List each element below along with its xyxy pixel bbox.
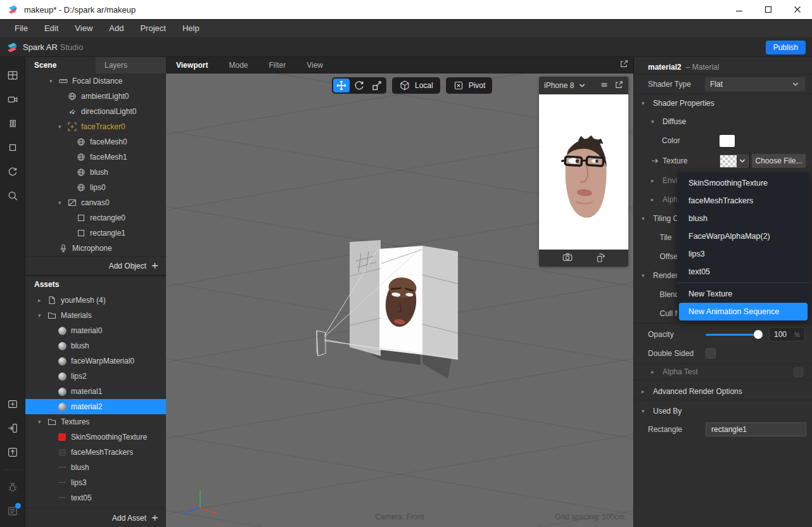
scene-tab[interactable]: Scene	[25, 57, 96, 73]
material1-asset-item[interactable]: material1	[25, 384, 166, 399]
flip-camera-button[interactable]	[562, 251, 573, 265]
simulator-popout-button[interactable]	[614, 80, 623, 91]
caret-icon[interactable]: ▾	[642, 215, 648, 222]
chevron-down-icon[interactable]	[578, 81, 587, 90]
video-camera-button[interactable]	[3, 87, 23, 111]
directionallight0-tree-item[interactable]: directionalLight0	[25, 104, 166, 119]
materials-asset-item[interactable]: ▾ Materials	[25, 308, 166, 323]
caret-icon[interactable]: ▾	[58, 200, 67, 206]
publish-button[interactable]: Publish	[766, 41, 806, 54]
popout-viewport-button[interactable]	[619, 60, 628, 70]
move-tool-button[interactable]	[333, 79, 350, 92]
add-box-button[interactable]	[3, 392, 23, 416]
bug-button[interactable]	[3, 475, 23, 499]
panels-button[interactable]	[3, 63, 23, 87]
canvas0-tree-item[interactable]: ▾ canvas0	[25, 195, 166, 210]
advanced-render-options-section[interactable]: ▸ Advanced Render Options	[634, 383, 812, 400]
focal-distance-tree-item[interactable]: ▾ Focal Distance	[25, 73, 166, 89]
facemesh1-tree-item[interactable]: faceMesh1	[25, 149, 166, 165]
shader-type-select[interactable]: Flat	[705, 77, 805, 91]
add-menu-item[interactable]: Add	[101, 19, 132, 38]
shader-properties-section[interactable]: ▾ Shader Properties	[634, 95, 812, 111]
rectangle-value-input[interactable]: rectangle1	[706, 422, 806, 436]
close-button[interactable]	[783, 0, 812, 19]
rotate-tool-button[interactable]	[351, 79, 367, 92]
project-menu-item[interactable]: Project	[132, 19, 174, 38]
yourmesh-4-asset-item[interactable]: ▸ yourMesh (4)	[25, 293, 166, 308]
microphone-tree-item[interactable]: Microphone	[25, 241, 166, 256]
send-to-device-button[interactable]	[3, 416, 23, 440]
alpha-test-section[interactable]: ▸ Alpha Test	[634, 364, 812, 380]
blush-menu-item[interactable]: blush	[677, 210, 809, 227]
rectangle1-tree-item[interactable]: rectangle1	[25, 225, 166, 241]
caret-icon[interactable]: ▾	[642, 272, 648, 279]
local-button[interactable]: Local	[392, 77, 440, 94]
lips2-asset-item[interactable]: lips2	[25, 369, 166, 384]
color-swatch[interactable]	[720, 135, 735, 147]
opacity-value-input[interactable]: 100 %	[769, 327, 805, 341]
scale-tool-button[interactable]	[369, 79, 385, 92]
diffuse-section[interactable]: ▾ Diffuse	[634, 114, 812, 129]
layers-tab[interactable]: Layers	[96, 57, 166, 73]
upload-button[interactable]	[3, 440, 23, 464]
device-selector[interactable]: iPhone 8	[544, 81, 574, 90]
facewarpalphamap-2-menu-item[interactable]: FaceWarpAlphaMap(2)	[677, 227, 809, 245]
facemesh0-tree-item[interactable]: faceMesh0	[25, 134, 166, 149]
pivot-button[interactable]: Pivot	[446, 77, 493, 94]
material0-asset-item[interactable]: material0	[25, 323, 166, 338]
alpha-test-checkbox[interactable]	[794, 367, 803, 377]
double-sided-checkbox[interactable]	[706, 348, 716, 359]
rectangle0-tree-item[interactable]: rectangle0	[25, 210, 166, 225]
blush-tree-item[interactable]: blush	[25, 165, 166, 180]
caret-icon[interactable]: ▸	[651, 196, 657, 203]
text05-asset-item[interactable]: text05	[25, 490, 166, 505]
choose-file-button[interactable]: Choose File...	[752, 154, 806, 168]
lips3-asset-item[interactable]: lips3	[25, 475, 166, 490]
view-menu-item[interactable]: View	[67, 19, 101, 38]
used-by-section[interactable]: ▾ Used By	[634, 403, 812, 419]
add-asset-button[interactable]: Add Asset	[25, 508, 166, 527]
caret-icon[interactable]: ▾	[38, 419, 47, 425]
caret-icon[interactable]: ▾	[49, 78, 58, 84]
simulator-menu-button[interactable]	[600, 80, 609, 91]
opacity-slider[interactable]	[706, 330, 761, 339]
facewarpmaterial0-asset-item[interactable]: faceWarpMaterial0	[25, 353, 166, 369]
rotate-device-button[interactable]	[595, 251, 606, 265]
blush-asset-item[interactable]: blush	[25, 460, 166, 475]
facetracker0-tree-item[interactable]: ▾ faceTracker0	[25, 119, 166, 134]
lips3-menu-item[interactable]: lips3	[677, 245, 809, 263]
lips0-tree-item[interactable]: lips0	[25, 180, 166, 195]
caret-icon[interactable]: ▸	[651, 177, 657, 184]
search-button[interactable]	[3, 184, 23, 208]
caret-icon[interactable]: ▾	[38, 312, 47, 319]
view-tab[interactable]: View	[307, 61, 333, 70]
textures-asset-item[interactable]: ▾ Textures	[25, 414, 166, 429]
texture-swatch-dropdown[interactable]	[720, 155, 749, 168]
help-menu-item[interactable]: Help	[174, 19, 208, 38]
file-menu-item[interactable]: File	[6, 19, 36, 38]
facemeshtrackers-asset-item[interactable]: faceMeshTrackers	[25, 445, 166, 460]
mode-tab[interactable]: Mode	[229, 61, 257, 70]
skinsmoothingtexture-menu-item[interactable]: SkinSmoothingTexture	[677, 174, 809, 192]
add-object-button[interactable]: Add Object	[25, 256, 166, 275]
console-button[interactable]	[3, 499, 23, 523]
viewport-tab[interactable]: Viewport	[176, 61, 217, 70]
restart-button[interactable]	[3, 160, 23, 184]
text05-menu-item[interactable]: text05	[677, 263, 809, 281]
blush-asset-item[interactable]: blush	[25, 338, 166, 353]
facemeshtrackers-menu-item[interactable]: faceMeshTrackers	[677, 192, 809, 210]
edit-menu-item[interactable]: Edit	[36, 19, 67, 38]
new-animation-sequence-menu-item[interactable]: New Animation Sequence	[679, 303, 808, 321]
slider-knob[interactable]	[754, 330, 763, 339]
viewport-3d-scene[interactable]: Local Pivot iPhone 8	[166, 73, 633, 527]
stop-button[interactable]	[3, 136, 23, 160]
material2-asset-item[interactable]: material2	[25, 399, 166, 414]
skinsmoothingtexture-asset-item[interactable]: SkinSmoothingTexture	[25, 429, 166, 445]
caret-icon[interactable]: ▾	[58, 124, 67, 130]
maximize-button[interactable]	[754, 0, 783, 19]
filter-tab[interactable]: Filter	[269, 61, 296, 70]
pause-button[interactable]	[3, 111, 23, 136]
minimize-button[interactable]	[725, 0, 754, 19]
ambientlight0-tree-item[interactable]: ambientLight0	[25, 89, 166, 104]
new-texture-menu-item[interactable]: New Texture	[677, 285, 809, 303]
